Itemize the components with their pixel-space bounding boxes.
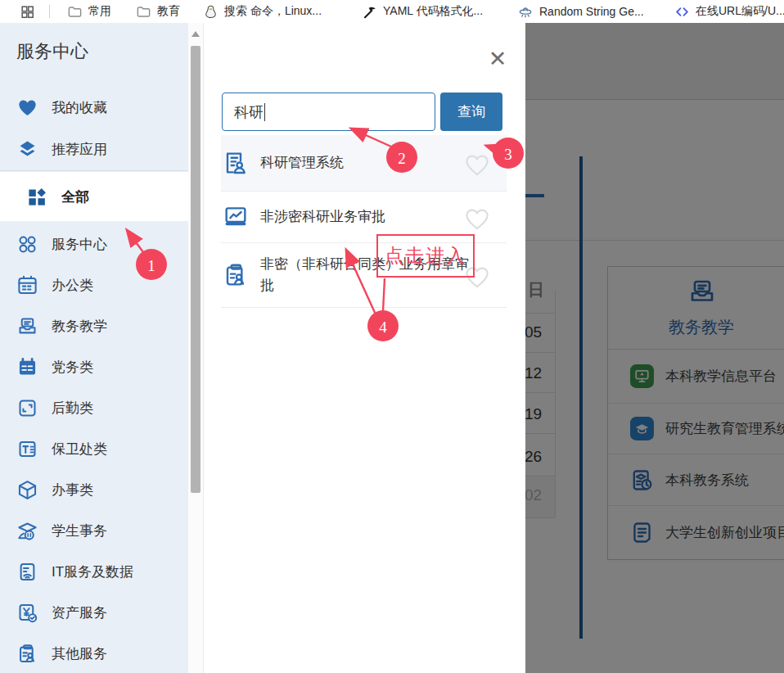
sidebar-item-label: 保卫处类 (52, 440, 107, 458)
sidebar-item-label: 服务中心 (52, 235, 107, 254)
clipboard-person-icon (223, 262, 249, 288)
sidebar-item-it-services[interactable]: IT服务及数据 (16, 559, 133, 584)
cube-icon (16, 479, 38, 501)
sidebar-item-party[interactable]: 党务类 (16, 355, 93, 379)
sidebar-item-label: 全部 (61, 187, 89, 206)
sidebar-item-student[interactable]: 学生事务 (16, 518, 107, 543)
sidebar-item-security[interactable]: 保卫处类 (16, 436, 107, 461)
close-icon[interactable]: ✕ (486, 47, 509, 70)
sidebar-item-other[interactable]: 其他服务 (16, 641, 107, 666)
scrollbar-up-arrow[interactable] (191, 31, 200, 37)
sidebar-scrollbar-thumb[interactable] (191, 46, 201, 493)
sidebar-item-label: 办公类 (52, 276, 93, 295)
layers-icon (16, 138, 38, 160)
bookmark-yaml-formatter[interactable]: YAML 代码格式化... (362, 0, 483, 23)
bookmark-label: 在线URL编码/U... (696, 4, 784, 19)
sidebar-item-label: 后勤类 (52, 399, 93, 418)
background-page: 日 05 12 19 26 02 教务教学 本科教学信息平台 研究生教育管理系统 (525, 23, 784, 673)
sidebar-item-label: 我的收藏 (52, 98, 107, 117)
bookmark-folder-jiaoyu[interactable]: 教育 (136, 0, 180, 23)
calendar-outline-icon (16, 274, 38, 296)
apps-grid-button[interactable] (20, 0, 35, 23)
folder-icon (136, 4, 151, 20)
text-caret (264, 103, 265, 121)
printer-icon (16, 315, 38, 337)
search-result-name: 科研管理系统 (260, 152, 471, 174)
sidebar-item-service-center[interactable]: 服务中心 (16, 232, 107, 256)
sidebar-item-academic[interactable]: 教务教学 (16, 314, 107, 338)
heart-icon (16, 97, 38, 119)
sidebar-item-assets[interactable]: 资产服务 (16, 600, 107, 625)
sidebar-item-label: 办事类 (52, 481, 93, 499)
screen: 常用 教育 搜索 命令，Linux... YAML 代码格式化... Rando… (0, 0, 784, 673)
clipboard-person-icon (16, 643, 38, 665)
search-input[interactable]: 科研 (222, 93, 435, 131)
favorite-heart-icon[interactable] (464, 152, 490, 178)
pickaxe-tool-icon (362, 4, 377, 20)
monitor-chart-icon (223, 204, 249, 230)
bookmark-label: 搜索 命令，Linux... (224, 4, 322, 19)
sidebar-item-label: 教务教学 (52, 317, 107, 336)
doc-wifi-icon (16, 561, 38, 583)
click-to-enter-callout: 点击进入 (376, 234, 475, 278)
search-result-row[interactable]: 科研管理系统 (221, 135, 507, 191)
sidebar-divider (0, 170, 188, 171)
linux-penguin-icon (203, 4, 219, 20)
ufo-icon (517, 3, 534, 20)
bookmark-folder-changyong[interactable]: 常用 (67, 0, 111, 23)
text-box-icon (16, 438, 38, 460)
modal-dim-overlay (525, 23, 784, 673)
sidebar-item-label: IT服务及数据 (52, 562, 133, 581)
sidebar-item-all[interactable]: 全部 (26, 184, 89, 209)
command-squares-icon (16, 233, 38, 255)
grid-diamond-icon (26, 186, 48, 208)
sidebar-item-label: 其他服务 (52, 644, 107, 663)
sidebar-item-logistics[interactable]: 后勤类 (16, 395, 93, 420)
sidebar-item-label: 推荐应用 (52, 140, 107, 159)
bookmark-label: Random String Ge... (539, 5, 644, 18)
bookmarks-bar: 常用 教育 搜索 命令，Linux... YAML 代码格式化... Rando… (0, 0, 784, 24)
bookmark-label: YAML 代码格式化... (383, 4, 483, 19)
search-input-value: 科研 (234, 102, 264, 122)
sidebar-item-recommended[interactable]: 推荐应用 (16, 137, 107, 161)
graduate-icon (16, 520, 38, 542)
sidebar-item-office[interactable]: 办公类 (16, 273, 93, 297)
search-result-name: 非涉密科研业务审批 (260, 206, 471, 228)
result-divider (221, 307, 507, 308)
bookmark-linux-search[interactable]: 搜索 命令，Linux... (203, 0, 322, 23)
sidebar-item-label: 党务类 (52, 358, 93, 377)
sidebar-item-label: 学生事务 (52, 522, 107, 540)
sidebar-item-affairs[interactable]: 办事类 (16, 477, 93, 502)
yen-check-icon (16, 602, 38, 624)
bookmark-url-encode[interactable]: 在线URL编码/U... (674, 0, 784, 23)
folder-icon (67, 4, 83, 20)
bar-divider (49, 5, 50, 18)
query-button[interactable]: 查询 (440, 93, 502, 131)
crop-square-icon (16, 397, 38, 419)
sidebar-item-label: 资产服务 (52, 603, 107, 622)
bookmark-label: 常用 (88, 4, 111, 19)
calendar-filled-icon (16, 356, 38, 378)
bookmark-random-string[interactable]: Random String Ge... (517, 0, 644, 23)
apps-grid-icon (20, 4, 35, 20)
doc-person-icon (223, 150, 249, 176)
bookmark-label: 教育 (157, 4, 180, 19)
code-chevrons-icon (674, 4, 690, 20)
favorite-heart-icon[interactable] (464, 206, 490, 233)
sidebar-item-favorites[interactable]: 我的收藏 (16, 95, 107, 120)
sidebar-title: 服务中心 (16, 39, 88, 64)
